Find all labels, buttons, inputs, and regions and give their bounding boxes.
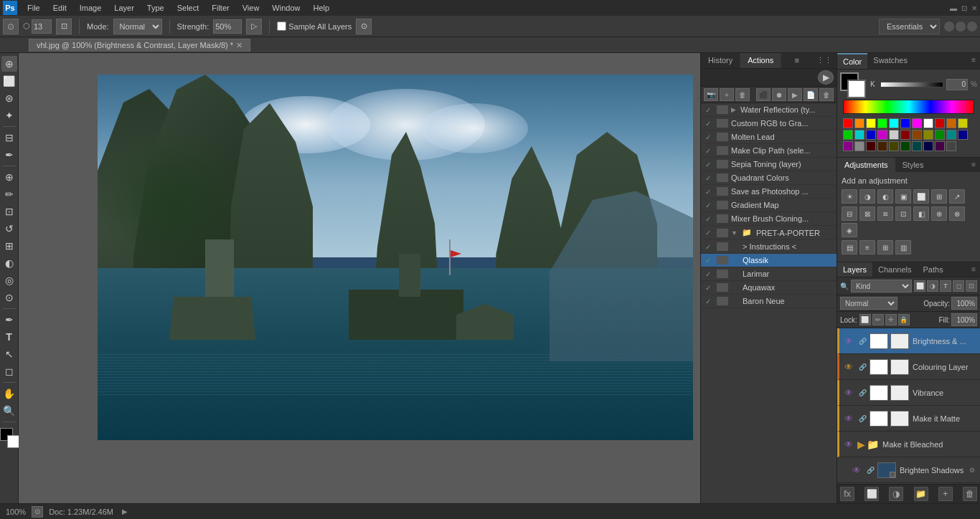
- tool-hand[interactable]: ✋: [1, 386, 17, 401]
- swatch-item[interactable]: [877, 130, 887, 140]
- action-item[interactable]: ✓ Save as Photoshop ...: [701, 185, 837, 199]
- swatch-item[interactable]: [923, 141, 933, 151]
- sample-all-checkbox[interactable]: [277, 22, 286, 31]
- swatch-item[interactable]: [958, 118, 968, 128]
- adj-levels-icon[interactable]: ◑: [859, 189, 875, 204]
- history-trash-btn[interactable]: 🗑: [735, 88, 750, 101]
- tool-crop[interactable]: ⊟: [1, 130, 17, 146]
- new-snapshot-btn[interactable]: 📷: [704, 88, 718, 101]
- swatch-item[interactable]: [923, 118, 933, 128]
- action-item[interactable]: ✓ Molten Lead: [701, 130, 837, 144]
- fg-bg-color-picker[interactable]: [840, 72, 866, 98]
- tool-pen[interactable]: ✒: [1, 312, 17, 328]
- swatch-item[interactable]: [923, 130, 933, 140]
- adj-hsl-icon[interactable]: ⊞: [931, 189, 947, 204]
- brush-size-input[interactable]: [32, 19, 52, 34]
- filter-smart-icon[interactable]: ⊡: [966, 280, 977, 292]
- adj-brightness-icon[interactable]: ☀: [842, 189, 857, 204]
- menu-window[interactable]: Window: [266, 2, 306, 14]
- color-tab[interactable]: Color: [837, 53, 867, 69]
- swatch-item[interactable]: [866, 118, 876, 128]
- menu-image[interactable]: Image: [74, 2, 108, 14]
- adj-selectivecolor-icon[interactable]: ▤: [842, 240, 857, 254]
- layer-blend-select[interactable]: Normal Multiply: [840, 297, 897, 310]
- menu-type[interactable]: Type: [141, 2, 170, 14]
- fill-input[interactable]: [951, 313, 977, 326]
- stop-btn[interactable]: ⬛: [756, 88, 771, 101]
- action-item[interactable]: ✓ Baron Neue: [701, 295, 837, 308]
- action-item[interactable]: ✓ Gradient Map: [701, 199, 837, 212]
- menu-select[interactable]: Select: [171, 2, 205, 14]
- tool-clone-stamp[interactable]: ⊡: [1, 204, 17, 219]
- actions-play-btn[interactable]: ▶: [818, 70, 834, 85]
- new-action-btn[interactable]: 📄: [804, 88, 818, 101]
- doc-tab-item[interactable]: vhl.jpg @ 100% (Brightness & Contrast, L…: [29, 39, 250, 52]
- swatch-item[interactable]: [935, 141, 945, 151]
- swatch-item[interactable]: [854, 118, 864, 128]
- adj-posterize-icon[interactable]: ⊕: [931, 206, 947, 221]
- record-btn[interactable]: ⏺: [772, 88, 786, 101]
- tool-magic-wand[interactable]: ✦: [1, 108, 17, 123]
- layer-settings-icon[interactable]: ⚙: [967, 465, 977, 475]
- swatch-item[interactable]: [900, 130, 910, 140]
- swatch-item[interactable]: [854, 141, 864, 151]
- adj-bw-icon[interactable]: ⊟: [842, 206, 857, 221]
- brush-hardness-icon[interactable]: ⊡: [56, 19, 72, 34]
- color-spectrum[interactable]: [843, 100, 974, 114]
- tool-move[interactable]: ⊕: [1, 56, 17, 72]
- swatch-item[interactable]: [935, 130, 945, 140]
- panel-expand-btn[interactable]: ⋮⋮: [812, 53, 837, 68]
- layer-eye-icon[interactable]: 👁: [850, 464, 863, 477]
- swatch-item[interactable]: [866, 141, 876, 151]
- tool-type[interactable]: T: [1, 329, 17, 345]
- swatch-item[interactable]: [912, 141, 922, 151]
- paths-tab[interactable]: Paths: [918, 262, 949, 277]
- swatch-item[interactable]: [912, 130, 922, 140]
- layer-adj-btn[interactable]: ◑: [889, 487, 903, 501]
- color-panel-expand[interactable]: ≡: [967, 53, 980, 69]
- swatch-item[interactable]: [946, 141, 956, 151]
- layer-item[interactable]: 👁 🔗 Make it Matte: [837, 406, 980, 432]
- tool-eraser[interactable]: ⊞: [1, 238, 17, 254]
- menu-file[interactable]: File: [22, 2, 46, 14]
- tool-lasso[interactable]: ⊛: [1, 90, 17, 106]
- action-item[interactable]: ✓ Make Clip Path (sele...: [701, 144, 837, 158]
- action-item[interactable]: ✓ ▶ Water Reflection (ty...: [701, 103, 837, 117]
- tool-marquee[interactable]: ⬜: [1, 73, 17, 89]
- layer-item[interactable]: 👁 🔗 Brightness & ...: [837, 328, 980, 354]
- lock-position-icon[interactable]: ✛: [885, 314, 897, 325]
- menu-layer[interactable]: Layer: [108, 2, 140, 14]
- swatch-item[interactable]: [946, 118, 956, 128]
- swatch-item[interactable]: [889, 118, 899, 128]
- menu-edit[interactable]: Edit: [47, 2, 72, 14]
- swatch-item[interactable]: [877, 141, 887, 151]
- lock-all-icon[interactable]: 🔒: [898, 314, 910, 325]
- action-item[interactable]: ✓ Aquawax: [701, 281, 837, 295]
- adj-vibrance-icon[interactable]: ⬜: [913, 189, 929, 204]
- close-btn[interactable]: [967, 22, 977, 32]
- layer-eye-icon[interactable]: 👁: [842, 361, 855, 373]
- adj-curves-icon[interactable]: ◐: [877, 189, 893, 204]
- maximize-btn[interactable]: [956, 22, 966, 32]
- adj-gradient-icon[interactable]: ⊞: [877, 240, 893, 254]
- swatch-item[interactable]: [935, 118, 945, 128]
- layer-style-btn[interactable]: fx: [840, 487, 854, 501]
- swatch-item[interactable]: [912, 118, 922, 128]
- delete-action-btn[interactable]: 🗑: [819, 88, 834, 101]
- layer-filter-select[interactable]: Kind Name Effect: [851, 280, 912, 292]
- layer-mask-btn[interactable]: ⬜: [864, 487, 879, 501]
- history-tab[interactable]: History: [701, 53, 740, 68]
- action-item[interactable]: ✓ > Instructions <: [701, 240, 837, 254]
- layer-item[interactable]: 👁 ▶📁 Make it Bleached: [837, 432, 980, 457]
- tool-gradient[interactable]: ◐: [1, 255, 17, 271]
- swatch-item[interactable]: [900, 118, 910, 128]
- swatch-item[interactable]: [843, 130, 853, 140]
- styles-tab[interactable]: Styles: [895, 158, 931, 172]
- layer-item[interactable]: 👁 🔗 Colouring Layer: [837, 354, 980, 380]
- layer-eye-icon[interactable]: 👁: [842, 412, 855, 425]
- panel-menu-btn[interactable]: ≡: [790, 53, 803, 68]
- swatch-item[interactable]: [866, 130, 876, 140]
- tool-path-selection[interactable]: ↖: [1, 346, 17, 362]
- filter-adj-icon[interactable]: ◑: [927, 280, 938, 292]
- background-color-box[interactable]: [847, 80, 866, 98]
